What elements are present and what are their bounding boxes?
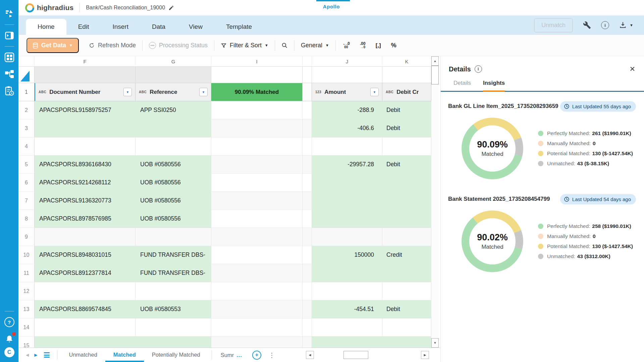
cell-debit-credit[interactable] [382, 192, 431, 210]
cell-reference[interactable] [136, 228, 211, 246]
cell-document-number[interactable] [35, 318, 136, 337]
get-data-button[interactable]: Get Data ▼ [26, 38, 79, 53]
cell-matched[interactable] [211, 137, 303, 156]
cell-document-number[interactable]: APACSPORSL9158975257 [35, 101, 136, 119]
cell-document-number[interactable] [35, 228, 136, 246]
cell-debit-credit[interactable]: Debit [382, 156, 431, 174]
increase-decimal-icon[interactable]: .00→0 [360, 42, 366, 49]
cell-debit-credit[interactable]: Debit [382, 101, 431, 119]
header-debit-credit[interactable]: ABC Debit Cr [382, 83, 431, 101]
cell-document-number[interactable]: APACSPORSL8912377814 [35, 264, 136, 282]
cell-debit-credit[interactable]: Debit [382, 300, 431, 318]
search-button[interactable] [275, 42, 294, 49]
info-icon[interactable]: i [475, 65, 482, 73]
cell-reference[interactable]: UOB #0580556 [136, 156, 211, 174]
cell-amount[interactable]: -454.51 [312, 300, 382, 318]
cell-debit-credit[interactable] [382, 318, 431, 337]
cell-debit-credit[interactable] [382, 228, 431, 246]
scroll-up-button[interactable]: ▲ [431, 56, 439, 66]
unmatch-button[interactable]: Unmatch [534, 18, 573, 33]
cell-amount[interactable]: -29957.28 [312, 156, 382, 174]
sheet-prev-icon[interactable]: ◀ [23, 353, 32, 357]
cell-reference[interactable] [136, 337, 211, 348]
row-number[interactable]: 9 [18, 228, 35, 246]
cell-document-number[interactable]: APACSPORSL8948031015 [35, 246, 136, 264]
column-letter[interactable]: G [136, 56, 211, 67]
tab-template[interactable]: Template [214, 19, 264, 35]
row-number[interactable]: 4 [18, 137, 35, 156]
cell-amount[interactable] [312, 318, 382, 337]
cell-reference[interactable]: UOB #0580556 [136, 174, 211, 192]
vertical-scrollbar[interactable]: ▲ ▼ [431, 56, 439, 348]
sheet-list-icon[interactable] [44, 352, 50, 358]
tab-insert[interactable]: Insert [101, 19, 140, 35]
cell-debit-credit[interactable] [382, 264, 431, 282]
cell-matched[interactable] [211, 192, 303, 210]
add-sheet-button[interactable]: + [252, 351, 261, 360]
cell-document-number[interactable]: APACSPORSL9136320773 [35, 192, 136, 210]
grid-view-icon[interactable] [4, 52, 15, 63]
filter-dropdown-button[interactable]: ▼ [123, 88, 132, 96]
cell-document-number[interactable]: APACSPORSL9214268112 [35, 174, 136, 192]
tab-home[interactable]: Home [26, 19, 66, 35]
frozen-cell[interactable] [136, 67, 211, 83]
cell-matched[interactable] [211, 282, 303, 300]
sheet-tab-matched[interactable]: Matched [105, 348, 144, 362]
sheet-tab-unmatched[interactable]: Unmatched [61, 348, 105, 362]
cell-matched[interactable] [211, 246, 303, 264]
tab-view[interactable]: View [177, 19, 214, 35]
cell-document-number[interactable] [35, 119, 136, 137]
refresh-mode-button[interactable]: Refresh Mode [82, 42, 142, 49]
row-number[interactable]: 7 [18, 192, 35, 210]
cell-reference[interactable]: UOB #0580553 [136, 300, 211, 318]
cell-reference[interactable] [136, 282, 211, 300]
row-number[interactable]: 1 [18, 83, 35, 101]
cell-document-number[interactable] [35, 282, 136, 300]
user-avatar[interactable]: C [4, 347, 14, 357]
panel-tab-insights[interactable]: Insights [483, 80, 505, 92]
header-gap-cell[interactable] [303, 83, 312, 101]
hscroll-right-button[interactable]: ▶ [421, 351, 429, 359]
filter-sort-button[interactable]: Filter & Sort ▼ [214, 42, 275, 49]
cell-gap[interactable] [303, 119, 312, 137]
close-icon[interactable]: ✕ [629, 65, 635, 73]
cell-document-number[interactable] [35, 337, 136, 348]
row-number[interactable]: 5 [18, 156, 35, 174]
frozen-cell[interactable] [211, 67, 303, 83]
notifications-bell-icon[interactable] [4, 333, 15, 345]
header-amount[interactable]: 123 Amount ▼ [312, 83, 382, 101]
cell-amount[interactable] [312, 210, 382, 228]
processing-status-button[interactable]: Processing Status [143, 42, 214, 49]
settings-wrench-icon[interactable] [583, 21, 591, 29]
number-format-select[interactable]: General ▼ [294, 42, 335, 49]
cell-reference[interactable]: FUND TRANSFER DBS- [136, 264, 211, 282]
hscroll-left-button[interactable]: ◀ [306, 351, 314, 359]
row-number[interactable]: 15 [18, 337, 35, 348]
cell-amount[interactable] [312, 282, 382, 300]
row-number[interactable]: 13 [18, 300, 35, 318]
clipboard-history-icon[interactable] [4, 85, 15, 97]
info-icon[interactable]: i [601, 21, 609, 29]
cell-debit-credit[interactable] [382, 210, 431, 228]
row-number[interactable]: 3 [18, 119, 35, 137]
row-number[interactable]: 14 [18, 318, 35, 337]
header-document-number[interactable]: ABC Document Number ▼ [35, 83, 136, 101]
collapse-panel-icon[interactable] [4, 30, 15, 41]
cell-matched[interactable] [211, 228, 303, 246]
cell-document-number[interactable]: APACSPORSL8869574845 [35, 300, 136, 318]
cell-debit-credit[interactable] [382, 174, 431, 192]
frozen-cell[interactable] [312, 67, 382, 83]
cell-debit-credit[interactable] [382, 137, 431, 156]
frozen-cell[interactable] [382, 67, 431, 83]
cell-amount[interactable] [312, 264, 382, 282]
cell-matched[interactable] [211, 264, 303, 282]
cell-gap[interactable] [303, 300, 312, 318]
header-reference[interactable]: ABC Reference ▼ [136, 83, 211, 101]
cell-matched[interactable] [211, 318, 303, 337]
percent-format-icon[interactable]: % [391, 42, 396, 49]
overflow-ellipsis[interactable]: ... [236, 352, 242, 358]
cell-document-number[interactable]: APACSPORSL8978576985 [35, 210, 136, 228]
cell-debit-credit[interactable]: Credit [382, 246, 431, 264]
edit-title-icon[interactable] [168, 5, 174, 11]
filter-dropdown-button[interactable]: ▼ [199, 88, 208, 96]
